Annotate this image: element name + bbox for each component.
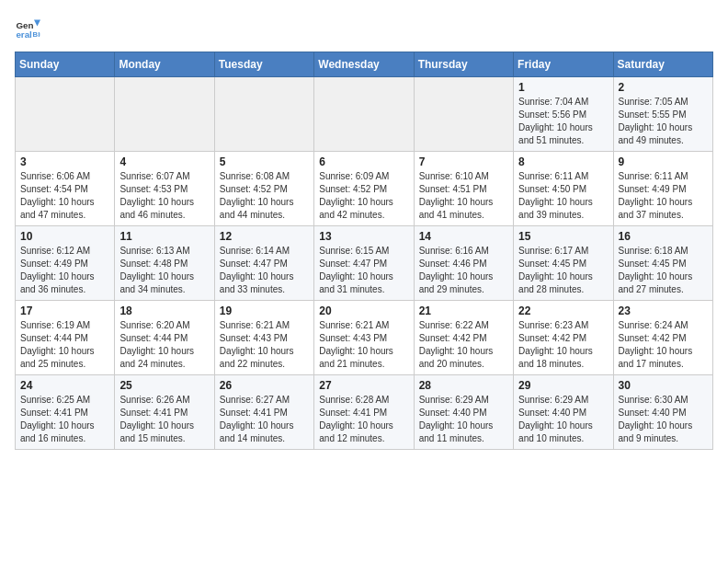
day-info: Sunrise: 6:21 AM Sunset: 4:43 PM Dayligh… bbox=[319, 319, 408, 371]
calendar: SundayMondayTuesdayWednesdayThursdayFrid… bbox=[15, 52, 713, 450]
day-info: Sunrise: 6:26 AM Sunset: 4:41 PM Dayligh… bbox=[119, 394, 209, 445]
day-info: Sunrise: 6:24 AM Sunset: 4:42 PM Dayligh… bbox=[619, 319, 708, 371]
svg-text:eral: eral bbox=[16, 29, 32, 40]
day-number: 1 bbox=[518, 81, 608, 94]
day-number: 23 bbox=[619, 304, 708, 317]
day-number: 26 bbox=[220, 379, 309, 392]
calendar-cell: 21Sunrise: 6:22 AM Sunset: 4:42 PM Dayli… bbox=[414, 301, 513, 375]
day-info: Sunrise: 6:29 AM Sunset: 4:40 PM Dayligh… bbox=[518, 394, 608, 445]
calendar-cell: 12Sunrise: 6:14 AM Sunset: 4:47 PM Dayli… bbox=[214, 226, 313, 301]
day-number: 7 bbox=[419, 155, 508, 168]
calendar-cell: 20Sunrise: 6:21 AM Sunset: 4:43 PM Dayli… bbox=[314, 301, 414, 375]
day-number: 14 bbox=[419, 230, 508, 243]
day-info: Sunrise: 6:11 AM Sunset: 4:50 PM Dayligh… bbox=[518, 170, 608, 222]
calendar-cell: 3Sunrise: 6:06 AM Sunset: 4:54 PM Daylig… bbox=[16, 152, 115, 226]
calendar-cell: 8Sunrise: 6:11 AM Sunset: 4:50 PM Daylig… bbox=[514, 152, 613, 226]
day-number: 21 bbox=[419, 304, 508, 317]
day-info: Sunrise: 6:23 AM Sunset: 4:42 PM Dayligh… bbox=[518, 319, 608, 371]
weekday-header-tuesday: Tuesday bbox=[214, 52, 313, 77]
day-number: 28 bbox=[419, 379, 508, 392]
day-number: 18 bbox=[119, 304, 209, 317]
day-number: 20 bbox=[319, 304, 408, 317]
day-info: Sunrise: 6:11 AM Sunset: 4:49 PM Dayligh… bbox=[619, 170, 708, 222]
calendar-header-row: SundayMondayTuesdayWednesdayThursdayFrid… bbox=[16, 52, 713, 77]
day-info: Sunrise: 6:20 AM Sunset: 4:44 PM Dayligh… bbox=[119, 319, 209, 371]
calendar-cell: 27Sunrise: 6:28 AM Sunset: 4:41 PM Dayli… bbox=[314, 375, 414, 450]
day-number: 19 bbox=[220, 304, 309, 317]
calendar-cell: 4Sunrise: 6:07 AM Sunset: 4:53 PM Daylig… bbox=[115, 152, 214, 226]
calendar-cell: 26Sunrise: 6:27 AM Sunset: 4:41 PM Dayli… bbox=[214, 375, 313, 450]
day-info: Sunrise: 6:18 AM Sunset: 4:45 PM Dayligh… bbox=[619, 245, 708, 296]
day-number: 17 bbox=[20, 304, 109, 317]
day-info: Sunrise: 6:06 AM Sunset: 4:54 PM Dayligh… bbox=[20, 170, 109, 222]
calendar-cell: 29Sunrise: 6:29 AM Sunset: 4:40 PM Dayli… bbox=[514, 375, 613, 450]
day-info: Sunrise: 6:07 AM Sunset: 4:53 PM Dayligh… bbox=[119, 170, 209, 222]
calendar-cell: 19Sunrise: 6:21 AM Sunset: 4:43 PM Dayli… bbox=[214, 301, 313, 375]
day-info: Sunrise: 6:22 AM Sunset: 4:42 PM Dayligh… bbox=[419, 319, 508, 371]
week-row-4: 17Sunrise: 6:19 AM Sunset: 4:44 PM Dayli… bbox=[16, 301, 713, 375]
calendar-cell: 10Sunrise: 6:12 AM Sunset: 4:49 PM Dayli… bbox=[16, 226, 115, 301]
calendar-cell bbox=[115, 77, 214, 152]
week-row-1: 1Sunrise: 7:04 AM Sunset: 5:56 PM Daylig… bbox=[16, 77, 713, 152]
day-number: 9 bbox=[619, 155, 708, 168]
day-info: Sunrise: 6:08 AM Sunset: 4:52 PM Dayligh… bbox=[220, 170, 309, 222]
calendar-cell: 7Sunrise: 6:10 AM Sunset: 4:51 PM Daylig… bbox=[414, 152, 513, 226]
day-number: 22 bbox=[518, 304, 608, 317]
day-number: 27 bbox=[319, 379, 408, 392]
calendar-cell bbox=[214, 77, 313, 152]
day-number: 10 bbox=[20, 230, 109, 243]
calendar-cell: 18Sunrise: 6:20 AM Sunset: 4:44 PM Dayli… bbox=[115, 301, 214, 375]
day-number: 25 bbox=[119, 379, 209, 392]
calendar-cell: 2Sunrise: 7:05 AM Sunset: 5:55 PM Daylig… bbox=[613, 77, 712, 152]
day-number: 16 bbox=[619, 230, 708, 243]
day-number: 13 bbox=[319, 230, 408, 243]
weekday-header-friday: Friday bbox=[514, 52, 613, 77]
day-info: Sunrise: 7:05 AM Sunset: 5:55 PM Dayligh… bbox=[619, 96, 708, 147]
calendar-cell bbox=[414, 77, 513, 152]
weekday-header-saturday: Saturday bbox=[613, 52, 712, 77]
day-number: 6 bbox=[319, 155, 408, 168]
week-row-5: 24Sunrise: 6:25 AM Sunset: 4:41 PM Dayli… bbox=[16, 375, 713, 450]
weekday-header-monday: Monday bbox=[115, 52, 214, 77]
calendar-cell: 24Sunrise: 6:25 AM Sunset: 4:41 PM Dayli… bbox=[16, 375, 115, 450]
day-number: 30 bbox=[619, 379, 708, 392]
calendar-cell: 13Sunrise: 6:15 AM Sunset: 4:47 PM Dayli… bbox=[314, 226, 414, 301]
calendar-cell: 1Sunrise: 7:04 AM Sunset: 5:56 PM Daylig… bbox=[514, 77, 613, 152]
calendar-cell: 22Sunrise: 6:23 AM Sunset: 4:42 PM Dayli… bbox=[514, 301, 613, 375]
calendar-cell: 15Sunrise: 6:17 AM Sunset: 4:45 PM Dayli… bbox=[514, 226, 613, 301]
calendar-cell: 9Sunrise: 6:11 AM Sunset: 4:49 PM Daylig… bbox=[613, 152, 712, 226]
day-number: 29 bbox=[518, 379, 608, 392]
calendar-cell: 6Sunrise: 6:09 AM Sunset: 4:52 PM Daylig… bbox=[314, 152, 414, 226]
day-info: Sunrise: 6:12 AM Sunset: 4:49 PM Dayligh… bbox=[20, 245, 109, 296]
day-info: Sunrise: 6:27 AM Sunset: 4:41 PM Dayligh… bbox=[220, 394, 309, 445]
week-row-3: 10Sunrise: 6:12 AM Sunset: 4:49 PM Dayli… bbox=[16, 226, 713, 301]
calendar-body: 1Sunrise: 7:04 AM Sunset: 5:56 PM Daylig… bbox=[16, 77, 713, 450]
day-number: 3 bbox=[20, 155, 109, 168]
calendar-cell: 5Sunrise: 6:08 AM Sunset: 4:52 PM Daylig… bbox=[214, 152, 313, 226]
day-info: Sunrise: 6:30 AM Sunset: 4:40 PM Dayligh… bbox=[619, 394, 708, 445]
calendar-cell: 16Sunrise: 6:18 AM Sunset: 4:45 PM Dayli… bbox=[613, 226, 712, 301]
day-info: Sunrise: 6:16 AM Sunset: 4:46 PM Dayligh… bbox=[419, 245, 508, 296]
calendar-cell: 30Sunrise: 6:30 AM Sunset: 4:40 PM Dayli… bbox=[613, 375, 712, 450]
logo-icon: Gen eral Blue bbox=[15, 15, 40, 40]
day-number: 15 bbox=[518, 230, 608, 243]
day-info: Sunrise: 7:04 AM Sunset: 5:56 PM Dayligh… bbox=[518, 96, 608, 147]
calendar-cell: 25Sunrise: 6:26 AM Sunset: 4:41 PM Dayli… bbox=[115, 375, 214, 450]
calendar-cell: 14Sunrise: 6:16 AM Sunset: 4:46 PM Dayli… bbox=[414, 226, 513, 301]
day-number: 4 bbox=[119, 155, 209, 168]
day-info: Sunrise: 6:28 AM Sunset: 4:41 PM Dayligh… bbox=[319, 394, 408, 445]
day-number: 12 bbox=[220, 230, 309, 243]
day-number: 5 bbox=[220, 155, 309, 168]
weekday-header-sunday: Sunday bbox=[16, 52, 115, 77]
calendar-cell: 23Sunrise: 6:24 AM Sunset: 4:42 PM Dayli… bbox=[613, 301, 712, 375]
day-info: Sunrise: 6:13 AM Sunset: 4:48 PM Dayligh… bbox=[119, 245, 209, 296]
day-info: Sunrise: 6:29 AM Sunset: 4:40 PM Dayligh… bbox=[419, 394, 508, 445]
day-info: Sunrise: 6:14 AM Sunset: 4:47 PM Dayligh… bbox=[220, 245, 309, 296]
day-number: 11 bbox=[119, 230, 209, 243]
calendar-cell: 17Sunrise: 6:19 AM Sunset: 4:44 PM Dayli… bbox=[16, 301, 115, 375]
day-number: 24 bbox=[20, 379, 109, 392]
weekday-header-wednesday: Wednesday bbox=[314, 52, 414, 77]
week-row-2: 3Sunrise: 6:06 AM Sunset: 4:54 PM Daylig… bbox=[16, 152, 713, 226]
calendar-cell bbox=[16, 77, 115, 152]
svg-text:Blue: Blue bbox=[33, 30, 40, 39]
